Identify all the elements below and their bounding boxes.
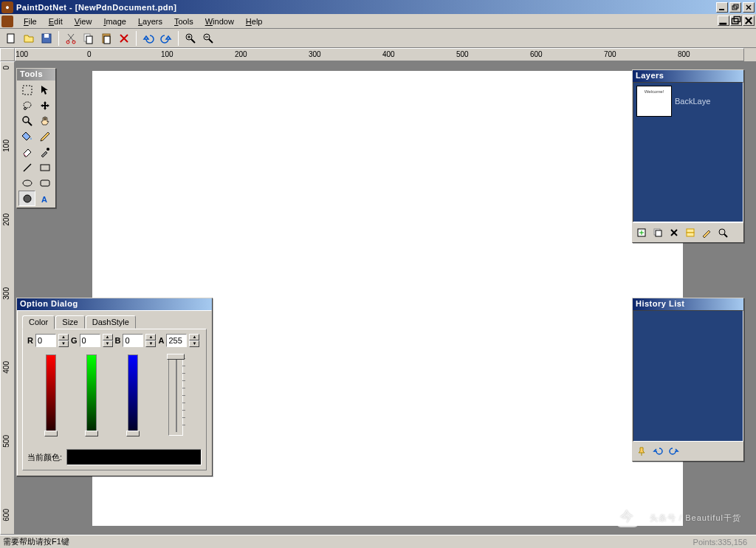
minimize-button[interactable] <box>716 2 728 13</box>
cut-button[interactable] <box>63 30 79 47</box>
svg-rect-47 <box>687 229 694 233</box>
svg-point-49 <box>719 229 725 235</box>
tool-line[interactable] <box>18 160 35 175</box>
current-color-swatch <box>66 449 202 465</box>
tool-pencil[interactable] <box>36 129 53 144</box>
svg-point-30 <box>24 107 26 109</box>
svg-point-33 <box>47 148 49 151</box>
mdi-restore-button[interactable] <box>730 16 742 26</box>
history-list[interactable] <box>633 310 743 442</box>
layers-panel-title[interactable]: Layers <box>633 70 743 82</box>
tool-eraser[interactable] <box>18 144 35 160</box>
a-spinner[interactable]: ▲▼ <box>189 334 199 347</box>
svg-point-36 <box>23 180 32 186</box>
menu-tools[interactable]: Tools <box>168 16 199 27</box>
open-button[interactable] <box>21 30 37 47</box>
undo-button[interactable] <box>140 30 157 47</box>
svg-line-34 <box>24 164 31 171</box>
menu-view[interactable]: View <box>69 16 98 27</box>
history-redo-button[interactable] <box>667 445 681 458</box>
r-spinner[interactable]: ▲▼ <box>58 334 69 347</box>
svg-rect-16 <box>86 36 92 44</box>
layers-add-layer-button[interactable] <box>634 226 649 239</box>
history-pin-button[interactable] <box>634 445 649 458</box>
redo-button[interactable] <box>158 30 174 47</box>
close-button[interactable] <box>743 2 755 13</box>
menu-layers[interactable]: Layers <box>132 16 168 27</box>
tools-panel: Tools A <box>16 68 56 208</box>
layers-merge-down-button[interactable] <box>683 226 698 239</box>
option-dialog: Option Dialog ColorSizeDashStyle R ▲▼ G … <box>16 298 213 476</box>
tool-move[interactable] <box>36 82 53 97</box>
tools-panel-title[interactable]: Tools <box>17 69 55 81</box>
tab-size[interactable]: Size <box>55 315 84 329</box>
layer-item[interactable]: Welcome! BackLaye <box>633 83 743 120</box>
tool-hand[interactable] <box>36 113 53 129</box>
tab-dashstyle[interactable]: DashStyle <box>86 315 136 329</box>
g-label: G <box>71 336 78 345</box>
layers-properties-button[interactable] <box>699 226 714 239</box>
alpha-slider[interactable] <box>168 355 183 436</box>
color-tab-content: R ▲▼ G ▲▼ B ▲▼ A ▲▼ <box>22 329 207 470</box>
r-input[interactable] <box>35 334 56 347</box>
save-button[interactable] <box>38 30 55 47</box>
history-undo-button[interactable] <box>650 445 665 458</box>
zoom-out-button[interactable] <box>200 30 216 47</box>
svg-rect-37 <box>41 180 49 186</box>
history-panel-title[interactable]: History List <box>633 298 743 310</box>
g-input[interactable] <box>80 334 100 347</box>
history-toolbar <box>633 442 743 461</box>
menu-help[interactable]: Help <box>240 16 269 27</box>
restore-button[interactable] <box>729 2 741 13</box>
green-slider[interactable] <box>86 355 97 436</box>
b-label: B <box>115 336 121 345</box>
menu-window[interactable]: Window <box>199 16 240 27</box>
svg-rect-44 <box>656 230 662 236</box>
menu-bar: FileEditViewImageLayersToolsWindowHelp <box>0 14 756 29</box>
b-spinner[interactable]: ▲▼ <box>145 334 156 347</box>
tool-lasso[interactable] <box>18 97 35 113</box>
svg-line-22 <box>191 39 195 43</box>
tool-rect-select[interactable] <box>18 82 35 97</box>
tool-text[interactable]: A <box>36 191 53 206</box>
tab-color[interactable]: Color <box>22 315 55 329</box>
blue-slider[interactable] <box>128 355 138 436</box>
svg-rect-12 <box>44 34 49 38</box>
layers-duplicate-button[interactable] <box>650 226 665 239</box>
svg-line-32 <box>28 122 32 126</box>
layers-panel: Layers Welcome! BackLaye <box>632 69 744 243</box>
menu-edit[interactable]: Edit <box>43 16 69 27</box>
layers-zoom-layer-button[interactable] <box>715 226 730 239</box>
mdi-close-button[interactable] <box>743 16 755 26</box>
ruler-vertical: 0100200300400500600 <box>0 61 15 535</box>
svg-point-31 <box>23 117 29 123</box>
b-input[interactable] <box>123 334 143 347</box>
window-title: PaintDotNet - [NewPdnDocument.pdn] <box>16 3 716 12</box>
new-button[interactable] <box>3 30 19 47</box>
menu-image[interactable]: Image <box>97 16 132 27</box>
layers-delete-button[interactable] <box>667 226 681 239</box>
mdi-app-icon[interactable] <box>1 16 13 27</box>
option-dialog-title[interactable]: Option Dialog <box>17 298 212 310</box>
delete-button[interactable] <box>116 30 132 47</box>
tool-paint-bucket[interactable] <box>18 129 35 144</box>
svg-rect-48 <box>687 233 694 236</box>
tool-ellipse[interactable] <box>18 175 35 191</box>
a-label: A <box>158 336 164 345</box>
mdi-minimize-button[interactable] <box>718 16 729 26</box>
copy-button[interactable] <box>80 30 97 47</box>
red-slider[interactable] <box>46 355 56 436</box>
tool-zoom[interactable] <box>18 113 35 129</box>
layers-list[interactable]: Welcome! BackLaye <box>633 82 743 222</box>
svg-point-38 <box>24 195 31 202</box>
tool-rectangle[interactable] <box>36 160 53 175</box>
a-input[interactable] <box>166 334 187 347</box>
zoom-in-button[interactable] <box>182 30 199 47</box>
tool-move-selection[interactable] <box>36 97 53 113</box>
paste-button[interactable] <box>98 30 114 47</box>
tool-color-picker[interactable] <box>36 144 53 160</box>
tool-filled-circle[interactable] <box>18 191 35 206</box>
tool-rounded-rect[interactable] <box>36 175 53 191</box>
menu-file[interactable]: File <box>18 16 43 27</box>
g-spinner[interactable]: ▲▼ <box>103 334 113 347</box>
